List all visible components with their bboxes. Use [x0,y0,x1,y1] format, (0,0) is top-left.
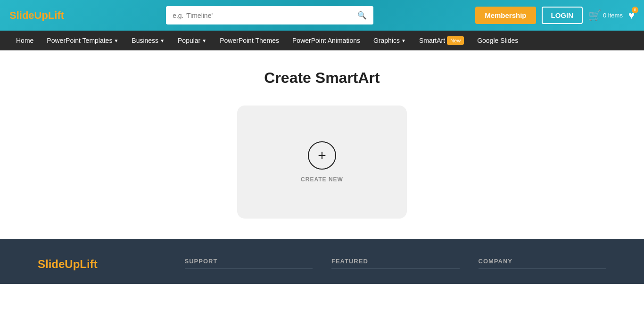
footer-featured-col: FEATURED [331,258,460,275]
footer-support-col: SUPPORT [185,258,313,275]
nav-smartart[interactable]: SmartArt New [413,31,471,50]
new-badge: New [447,36,464,45]
footer-logo: SlideUpLift [38,258,166,271]
footer-logo-text: SlideUp [38,258,80,270]
create-new-label: CREATE NEW [301,176,343,183]
login-button[interactable]: LOGIN [542,7,583,24]
footer-support-heading: SUPPORT [185,258,313,269]
nav-home[interactable]: Home [9,31,40,50]
site-header: SlideUpLift 🔍 Membership LOGIN 🛒 0 items… [0,0,644,31]
site-footer: SlideUpLift SUPPORT FEATURED COMPANY [0,239,644,284]
nav-graphics[interactable]: Graphics ▼ [367,31,413,50]
nav-google-slides[interactable]: Google Slides [471,31,525,50]
header-actions: Membership LOGIN 🛒 0 items ♥ 0 [475,7,635,24]
chevron-down-icon: ▼ [202,38,206,43]
footer-company-col: COMPANY [479,258,607,275]
chevron-down-icon: ▼ [160,38,165,43]
chevron-down-icon: ▼ [401,38,406,43]
footer-grid: SlideUpLift SUPPORT FEATURED COMPANY [38,258,606,275]
nav-powerpoint-animations[interactable]: PowerPoint Animations [286,31,367,50]
main-content: Create SmartArt + CREATE NEW [0,50,644,239]
nav-powerpoint-themes[interactable]: PowerPoint Themes [213,31,286,50]
nav-business[interactable]: Business ▼ [125,31,171,50]
create-new-card[interactable]: + CREATE NEW [237,106,407,219]
main-nav: Home PowerPoint Templates ▼ Business ▼ P… [0,31,644,50]
cart-label: 0 items [603,12,623,19]
site-logo[interactable]: SlideUpLift [9,9,64,22]
nav-popular[interactable]: Popular ▼ [171,31,213,50]
chevron-down-icon: ▼ [114,38,118,43]
membership-button[interactable]: Membership [475,7,536,24]
wishlist-icon[interactable]: ♥ 0 [628,9,635,22]
footer-company-heading: COMPANY [479,258,607,269]
search-input[interactable] [166,7,351,24]
search-bar: 🔍 [166,6,373,24]
nav-powerpoint-templates[interactable]: PowerPoint Templates ▼ [40,31,125,50]
cart-icon[interactable]: 🛒 0 items [588,9,623,22]
search-button[interactable]: 🔍 [351,6,373,24]
create-plus-icon: + [308,141,336,170]
wishlist-badge: 0 [632,7,638,13]
footer-logo-col: SlideUpLift [38,258,166,275]
logo-text: SlideUp [9,9,48,21]
page-title: Create SmartArt [264,69,380,87]
footer-featured-heading: FEATURED [331,258,460,269]
logo-accent: Lift [48,9,64,21]
footer-logo-accent: Lift [80,258,97,270]
